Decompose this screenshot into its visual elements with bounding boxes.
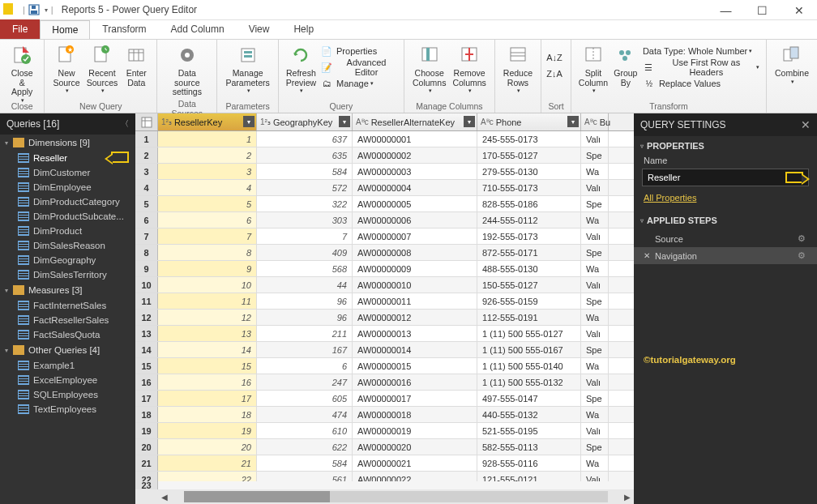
col-header-reselleralternatekey[interactable]: AᴮcResellerAlternateKey▾ xyxy=(353,113,477,130)
cell[interactable]: 928-555-0116 xyxy=(477,455,581,471)
cell[interactable]: 20 xyxy=(158,439,257,455)
collapse-icon[interactable]: 〈 xyxy=(121,118,129,130)
cell[interactable]: AW00000001 xyxy=(353,131,477,147)
cell[interactable]: Wa xyxy=(581,212,609,228)
delete-step-icon[interactable]: ✕ xyxy=(644,251,650,260)
cell[interactable]: Spe xyxy=(581,147,609,163)
row-number[interactable]: 1 xyxy=(135,131,158,147)
cell[interactable]: AW00000004 xyxy=(353,180,477,195)
scrollbar-thumb[interactable] xyxy=(184,491,330,502)
cell[interactable]: 18 xyxy=(158,407,257,422)
combine-button[interactable]: Combine▾ xyxy=(772,41,812,86)
cell[interactable]: 497-555-0147 xyxy=(477,391,581,406)
row-number[interactable]: 17 xyxy=(135,391,158,406)
query-item[interactable]: DimSalesReason xyxy=(0,238,135,253)
cell[interactable]: Valı xyxy=(581,472,609,481)
row-number[interactable]: 20 xyxy=(135,439,158,455)
refresh-preview-button[interactable]: Refresh Preview▾ xyxy=(284,41,319,96)
cell[interactable]: 17 xyxy=(158,391,257,406)
query-item[interactable]: TextEmployees xyxy=(0,402,135,416)
cell[interactable]: 15 xyxy=(158,358,257,374)
tab-file[interactable]: File xyxy=(0,19,40,39)
cell[interactable]: AW00000015 xyxy=(353,358,477,374)
recent-sources-button[interactable]: Recent Sources▾ xyxy=(83,41,122,96)
cell[interactable]: Spe xyxy=(581,245,609,260)
cell[interactable]: 568 xyxy=(257,261,353,276)
cell[interactable]: Valı xyxy=(581,131,609,147)
cell[interactable]: Valı xyxy=(581,326,609,341)
cell[interactable]: AW00000017 xyxy=(353,391,477,406)
cell[interactable]: 192-555-0173 xyxy=(477,229,581,244)
cell[interactable]: Spe xyxy=(581,439,609,455)
cell[interactable]: 96 xyxy=(257,293,353,309)
cell[interactable]: 21 xyxy=(158,455,257,471)
row-number[interactable]: 8 xyxy=(135,245,158,260)
table-row[interactable]: 2121584AW00000021928-555-0116Wa xyxy=(135,455,634,472)
cell[interactable]: AW00000016 xyxy=(353,374,477,390)
cell[interactable]: 303 xyxy=(257,212,353,228)
table-row[interactable]: 1919610AW00000019521-555-0195Valı xyxy=(135,423,634,439)
cell[interactable]: 96 xyxy=(257,310,353,325)
table-row[interactable]: 1616247AW000000161 (11) 500 555-0132Valı xyxy=(135,374,634,391)
choose-columns-button[interactable]: Choose Columns▾ xyxy=(409,41,449,96)
row-number[interactable]: 10 xyxy=(135,277,158,293)
row-number[interactable]: 6 xyxy=(135,212,158,228)
col-header-resellerkey[interactable]: 1²₃ResellerKey▾ xyxy=(158,113,257,130)
query-item[interactable]: FactResellerSales xyxy=(0,313,135,327)
cell[interactable]: AW00000021 xyxy=(353,455,477,471)
step-source[interactable]: Source⚙ xyxy=(634,230,817,247)
cell[interactable]: 150-555-0127 xyxy=(477,277,581,293)
cell[interactable]: 409 xyxy=(257,245,353,260)
tab-home[interactable]: Home xyxy=(40,20,90,39)
tab-add-column[interactable]: Add Column xyxy=(159,19,237,39)
row-number[interactable]: 15 xyxy=(135,358,158,374)
cell[interactable]: 635 xyxy=(257,147,353,163)
row-number[interactable]: 9 xyxy=(135,261,158,276)
horizontal-scrollbar[interactable]: ◀ ▶ xyxy=(135,489,634,504)
manage-button[interactable]: 🗂Manage▾ xyxy=(319,75,399,92)
row-number[interactable]: 19 xyxy=(135,423,158,438)
cell[interactable]: 11 xyxy=(158,293,257,309)
cell[interactable]: 521-555-0195 xyxy=(477,423,581,438)
grid-body[interactable]: 11637AW00000001245-555-0173Valı22635AW00… xyxy=(135,131,634,481)
cell[interactable]: 211 xyxy=(257,326,353,341)
query-item[interactable]: DimGeography xyxy=(0,253,135,267)
cell[interactable]: Wa xyxy=(581,261,609,276)
table-row[interactable]: 2020622AW00000020582-555-0113Spe xyxy=(135,439,634,455)
cell[interactable]: Spe xyxy=(581,391,609,406)
cell[interactable]: 9 xyxy=(158,261,257,276)
enter-data-button[interactable]: Enter Data xyxy=(121,41,152,89)
cell[interactable]: 561 xyxy=(257,472,353,481)
sort-desc-button[interactable]: Z↓A xyxy=(546,66,566,82)
cell[interactable]: 2 xyxy=(158,147,257,163)
cell[interactable]: 44 xyxy=(257,277,353,293)
table-row[interactable]: 99568AW00000009488-555-0130Wa xyxy=(135,261,634,277)
cell[interactable]: 1 (11) 500 555-0132 xyxy=(477,374,581,390)
tab-view[interactable]: View xyxy=(237,19,282,39)
name-input[interactable]: Reseller xyxy=(642,169,809,186)
cell[interactable]: 926-555-0159 xyxy=(477,293,581,309)
cell[interactable]: 828-555-0186 xyxy=(477,196,581,211)
cell[interactable]: 19 xyxy=(158,423,257,438)
step-navigation[interactable]: ✕Navigation⚙ xyxy=(634,247,817,264)
cell[interactable]: 10 xyxy=(158,277,257,293)
cell[interactable]: Spe xyxy=(581,293,609,309)
cell[interactable]: 572 xyxy=(257,180,353,195)
cell[interactable]: 710-555-0173 xyxy=(477,180,581,195)
cell[interactable]: Spe xyxy=(581,196,609,211)
cell[interactable]: 488-555-0130 xyxy=(477,261,581,276)
scroll-right-icon[interactable]: ▶ xyxy=(621,493,634,502)
replace-values-button[interactable]: ½Replace Values xyxy=(641,75,761,92)
table-row[interactable]: 2222561AW00000022121-555-0121Valı xyxy=(135,472,634,481)
cell[interactable]: 605 xyxy=(257,391,353,406)
row-number[interactable]: 2 xyxy=(135,147,158,163)
cell[interactable]: 247 xyxy=(257,374,353,390)
row-number[interactable]: 13 xyxy=(135,326,158,341)
split-column-button[interactable]: Split Column▾ xyxy=(576,41,610,96)
cell[interactable]: Wa xyxy=(581,455,609,471)
table-row[interactable]: 15156AW000000151 (11) 500 555-0140Wa xyxy=(135,358,634,374)
manage-parameters-button[interactable]: Manage Parameters▾ xyxy=(222,41,272,96)
grid-corner[interactable] xyxy=(135,113,158,130)
gear-icon[interactable]: ⚙ xyxy=(798,250,806,261)
advanced-editor-button[interactable]: 📝Advanced Editor xyxy=(319,59,399,75)
